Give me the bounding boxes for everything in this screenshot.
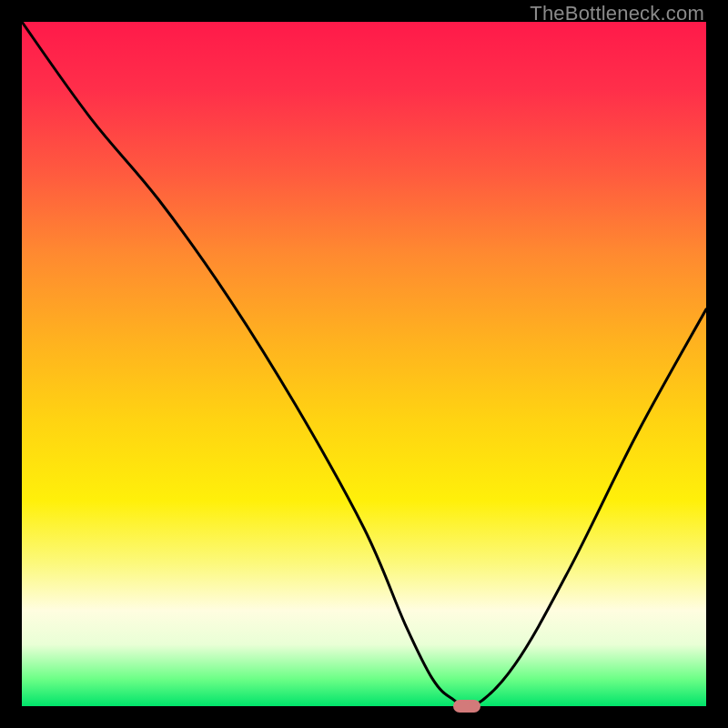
chart-line (22, 22, 706, 706)
chart-marker (453, 700, 480, 713)
